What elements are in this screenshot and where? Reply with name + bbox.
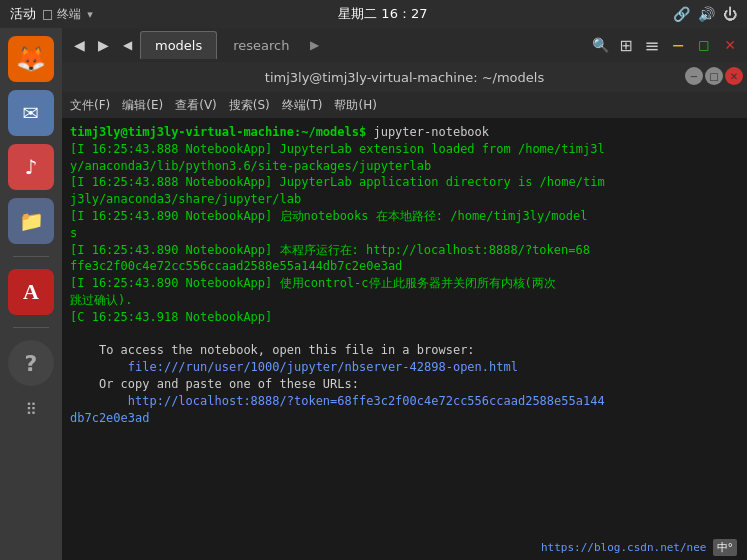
menu-view[interactable]: 查看(V) xyxy=(175,97,217,114)
log-line-3: [I 16:25:43.890 NotebookApp] 启动notebooks… xyxy=(70,209,587,240)
command-line: jupyter-notebook xyxy=(366,125,489,139)
maximize-tab-btn[interactable]: □ xyxy=(693,34,715,56)
sidebar-divider xyxy=(13,256,49,257)
menu-terminal[interactable]: 终端(T) xyxy=(282,97,323,114)
file-url: file:///run/user/1000/jupyter/nbserver-4… xyxy=(70,360,518,374)
sidebar-icon-software[interactable]: A xyxy=(8,269,54,315)
menu-search[interactable]: 搜索(S) xyxy=(229,97,270,114)
terminal-titlebar: timj3ly@timj3ly-virtual-machine: ~/model… xyxy=(62,62,747,92)
tab-nav-forward[interactable]: ▶ xyxy=(92,34,114,56)
system-bar-left: 活动 □ 终端 ▾ xyxy=(10,5,93,23)
window-maximize-btn[interactable]: □ xyxy=(705,67,723,85)
terminal-footer: https://blog.csdn.net/nee 中° xyxy=(541,539,737,556)
sidebar-icon-music[interactable]: ♪ xyxy=(8,144,54,190)
terminal-menubar: 文件(F) 编辑(E) 查看(V) 搜索(S) 终端(T) 帮助(H) xyxy=(62,92,747,118)
datetime-label: 星期二 16：27 xyxy=(338,5,427,23)
tab-arrow[interactable]: ▶ xyxy=(306,36,324,54)
tab-models[interactable]: models xyxy=(140,31,217,59)
volume-icon[interactable]: 🔊 xyxy=(698,6,715,22)
sidebar-icon-firefox[interactable]: 🦊 xyxy=(8,36,54,82)
sidebar-divider-2 xyxy=(13,327,49,328)
system-bar-center: 星期二 16：27 xyxy=(338,5,427,23)
system-bar-right: 🔗 🔊 ⏻ xyxy=(673,6,737,22)
log-line-2: [I 16:25:43.888 NotebookApp] JupyterLab … xyxy=(70,175,605,206)
sidebar-icon-help[interactable]: ? xyxy=(8,340,54,386)
menu-help[interactable]: 帮助(H) xyxy=(334,97,376,114)
menu-edit[interactable]: 编辑(E) xyxy=(122,97,163,114)
menu-icon[interactable]: ≡ xyxy=(641,34,663,56)
sidebar-icon-files[interactable]: 📁 xyxy=(8,198,54,244)
grid-icon[interactable]: ⊞ xyxy=(615,34,637,56)
prompt-line: timj3ly@timj3ly-virtual-machine:~/models… xyxy=(70,125,366,139)
sidebar-apps-grid[interactable]: ⠿ xyxy=(8,394,54,424)
close-tab-btn[interactable]: ✕ xyxy=(719,34,741,56)
tabs-bar: ◀ ▶ ◀ models research ▶ 🔍 ⊞ ≡ − □ ✕ xyxy=(62,28,747,62)
terminal-dropdown[interactable]: ▾ xyxy=(87,8,93,21)
log-line-1: [I 16:25:43.888 NotebookApp] JupyterLab … xyxy=(70,142,605,173)
minimize-tab-btn[interactable]: − xyxy=(667,34,689,56)
local-url: http://localhost:8888/?token=68ffe3c2f00… xyxy=(70,394,605,425)
tabs-right-controls: 🔍 ⊞ ≡ − □ ✕ xyxy=(589,34,741,56)
main-area: ◀ ▶ ◀ models research ▶ 🔍 ⊞ ≡ − □ ✕ timj… xyxy=(62,28,747,560)
log-line-5: [I 16:25:43.890 NotebookApp] 使用control-c… xyxy=(70,276,556,307)
menu-file[interactable]: 文件(F) xyxy=(70,97,110,114)
tab-nav-back[interactable]: ◀ xyxy=(68,34,90,56)
sidebar: 🦊 ✉ ♪ 📁 A ? ⠿ xyxy=(0,28,62,560)
terminal-content[interactable]: timj3ly@timj3ly-virtual-machine:~/models… xyxy=(62,118,747,560)
terminal-window: timj3ly@timj3ly-virtual-machine: ~/model… xyxy=(62,62,747,560)
search-icon[interactable]: 🔍 xyxy=(589,34,611,56)
system-bar: 活动 □ 终端 ▾ 星期二 16：27 🔗 🔊 ⏻ xyxy=(0,0,747,28)
window-close-btn[interactable]: ✕ xyxy=(725,67,743,85)
tab-research[interactable]: research xyxy=(219,31,303,59)
activities-button[interactable]: 活动 xyxy=(10,5,36,23)
window-controls: − □ ✕ xyxy=(685,67,743,85)
footer-lang: 中° xyxy=(713,539,738,556)
network-icon[interactable]: 🔗 xyxy=(673,6,690,22)
terminal-label[interactable]: □ 终端 xyxy=(42,6,81,23)
sidebar-icon-mail[interactable]: ✉ xyxy=(8,90,54,136)
log-line-4: [I 16:25:43.890 NotebookApp] 本程序运行在: htt… xyxy=(70,243,590,274)
terminal-title: timj3ly@timj3ly-virtual-machine: ~/model… xyxy=(265,70,544,85)
tab-nav-prev[interactable]: ◀ xyxy=(116,34,138,56)
footer-url: https://blog.csdn.net/nee xyxy=(541,541,707,554)
log-line-6: [C 16:25:43.918 NotebookApp] xyxy=(70,310,272,324)
power-icon[interactable]: ⏻ xyxy=(723,6,737,22)
window-minimize-btn[interactable]: − xyxy=(685,67,703,85)
